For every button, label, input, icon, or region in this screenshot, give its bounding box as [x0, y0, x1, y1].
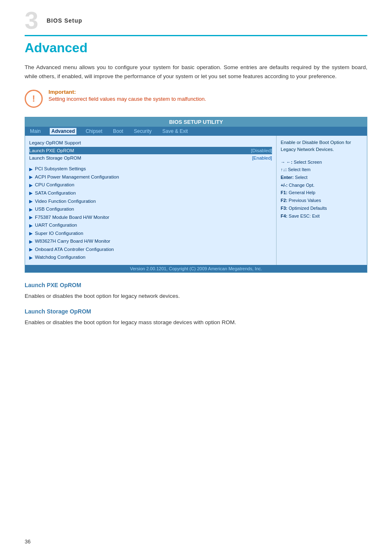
page-number: 36 — [25, 538, 30, 545]
nav-cpu-config[interactable]: ▶ CPU Configuration — [29, 181, 272, 189]
help-select-item: ↑↓: Select Item — [281, 166, 363, 174]
legacy-support-label: Legacy OpROM Support — [29, 139, 81, 146]
launch-storage-row[interactable]: Launch Storage OpROM [Enabled] — [29, 154, 272, 162]
key-enter: Enter: — [281, 175, 294, 180]
bios-right-panel: Enable or Disable Boot Option for Legacy… — [277, 136, 367, 265]
nav-label: PCI Subsystem Settings — [35, 165, 86, 173]
launch-pxe-section: Launch PXE OpROM Enables or disables the… — [25, 282, 367, 301]
important-message: Setting incorrect field values may cause… — [48, 96, 206, 102]
arrow-icon: ▶ — [29, 230, 32, 237]
legacy-support-header: Legacy OpROM Support — [29, 139, 272, 146]
bios-left-panel: Legacy OpROM Support Launch PXE OpROM [D… — [25, 136, 277, 265]
nav-super-io[interactable]: ▶ Super IO Configuration — [29, 230, 272, 238]
important-box: ! Important: Setting incorrect field val… — [25, 89, 367, 108]
help-enter: Enter: Select — [281, 174, 363, 181]
arrow-icon: ▶ — [29, 246, 32, 253]
nav-onboard-ata[interactable]: ▶ Onboard ATA Controller Configuration — [29, 246, 272, 254]
launch-storage-section: Launch Storage OpROM Enables or disables… — [25, 308, 367, 327]
help-f1: F1: General Help — [281, 189, 363, 197]
help-f4: F4: Save ESC: Exit — [281, 212, 363, 220]
nav-label: USB Configuration — [35, 205, 74, 214]
launch-pxe-label: Launch PXE OpROM — [29, 147, 74, 154]
launch-storage-text: Enables or disables the boot option for … — [25, 318, 367, 327]
nav-label: UART Configuration — [35, 221, 77, 230]
arrow-icon: ▶ — [29, 189, 32, 197]
arrow-icon: ▶ — [29, 181, 32, 189]
arrow-icon: ▶ — [29, 165, 32, 173]
nav-label: Onboard ATA Controller Configuration — [35, 246, 114, 254]
bios-menu-bar: Main Advanced Chipset Boot Security Save… — [25, 127, 367, 136]
launch-storage-value: [Enabled] — [252, 154, 272, 162]
nav-usb-config[interactable]: ▶ USB Configuration — [29, 205, 272, 214]
menu-chipset[interactable]: Chipset — [84, 128, 104, 135]
arrow-icon: ▶ — [29, 238, 32, 246]
chapter-number: 3 — [25, 8, 38, 33]
bios-body: Legacy OpROM Support Launch PXE OpROM [D… — [25, 136, 367, 265]
arrow-icon: ▶ — [29, 214, 32, 221]
bios-title-bar: BIOS SETUP UTILITY — [25, 117, 367, 127]
menu-save-exit[interactable]: Save & Exit — [161, 128, 189, 135]
key-plusminus: +/-: — [281, 183, 288, 188]
menu-security[interactable]: Security — [132, 128, 153, 135]
bios-help-description: Enable or Disable Boot Option for Legacy… — [281, 139, 363, 153]
launch-pxe-text: Enables or disables the boot option for … — [25, 292, 367, 301]
warning-icon: ! — [25, 90, 43, 108]
help-f2: F2: Previous Values — [281, 197, 363, 204]
key-f2: F2: — [281, 198, 288, 203]
launch-pxe-heading: Launch PXE OpROM — [25, 282, 367, 288]
launch-storage-label: Launch Storage OpROM — [29, 154, 81, 162]
nav-uart-config[interactable]: ▶ UART Configuration — [29, 221, 272, 230]
nav-f75387-monitor[interactable]: ▶ F75387 Module Board H/W Monitor — [29, 214, 272, 222]
important-label: Important: — [48, 89, 206, 95]
nav-watchdog[interactable]: ▶ Watchdog Configuration — [29, 253, 272, 262]
nav-video-function[interactable]: ▶ Video Function Configuration — [29, 197, 272, 206]
bios-key-help: → ←: Select Screen ↑↓: Select Item Enter… — [281, 158, 363, 220]
key-f3: F3: — [281, 206, 288, 211]
section-label: BIOS Setup — [46, 17, 82, 24]
key-f1: F1: — [281, 190, 288, 195]
arrow-icon: ▶ — [29, 173, 32, 181]
key-arrow: → ←: — [281, 160, 293, 165]
nav-label: ACPI Power Management Configuration — [35, 173, 119, 181]
bios-footer: Version 2.00.1201, Copyright (C) 2009 Am… — [25, 265, 367, 272]
important-content: Important: Setting incorrect field value… — [48, 89, 206, 102]
help-select-screen: → ←: Select Screen — [281, 158, 363, 166]
menu-boot[interactable]: Boot — [111, 128, 125, 135]
menu-main[interactable]: Main — [28, 128, 42, 135]
arrow-icon: ▶ — [29, 206, 32, 214]
key-updown: ↑↓: — [281, 167, 287, 172]
nav-label: Video Function Configuration — [35, 197, 96, 206]
nav-acpi-power[interactable]: ▶ ACPI Power Management Configuration — [29, 173, 272, 181]
launch-pxe-row[interactable]: Launch PXE OpROM [Disabled] — [29, 147, 272, 154]
nav-pci-subsystem[interactable]: ▶ PCI Subsystem Settings — [29, 165, 272, 173]
nav-label: W83627H Carry Board H/W Monitor — [35, 237, 110, 246]
nav-w83627h-monitor[interactable]: ▶ W83627H Carry Board H/W Monitor — [29, 237, 272, 246]
nav-label: SATA Configuration — [35, 189, 76, 197]
nav-sata-config[interactable]: ▶ SATA Configuration — [29, 189, 272, 197]
nav-label: Super IO Configuration — [35, 230, 83, 238]
nav-label: CPU Configuration — [35, 181, 74, 189]
nav-label: F75387 Module Board H/W Monitor — [35, 214, 109, 222]
menu-advanced[interactable]: Advanced — [50, 128, 76, 135]
legacy-oprom-section: Legacy OpROM Support Launch PXE OpROM [D… — [29, 139, 272, 162]
help-change-opt: +/-: Change Opt. — [281, 181, 363, 189]
intro-paragraph: The Advanced menu allows you to configur… — [25, 63, 367, 81]
launch-pxe-value: [Disabled] — [251, 147, 272, 154]
help-f3: F3: Optimized Defaults — [281, 204, 363, 212]
page-container: 3 BIOS Setup Advanced The Advanced menu … — [0, 0, 392, 557]
launch-storage-heading: Launch Storage OpROM — [25, 308, 367, 315]
bios-nav-section: ▶ PCI Subsystem Settings ▶ ACPI Power Ma… — [29, 165, 272, 262]
bios-utility-box: BIOS SETUP UTILITY Main Advanced Chipset… — [25, 117, 367, 273]
chapter-bar: 3 BIOS Setup — [25, 8, 367, 36]
nav-label: Watchdog Configuration — [35, 253, 85, 262]
arrow-icon: ▶ — [29, 222, 32, 230]
arrow-icon: ▶ — [29, 197, 32, 205]
page-title: Advanced — [25, 40, 367, 56]
arrow-icon: ▶ — [29, 254, 32, 262]
key-f4: F4: — [281, 214, 288, 218]
